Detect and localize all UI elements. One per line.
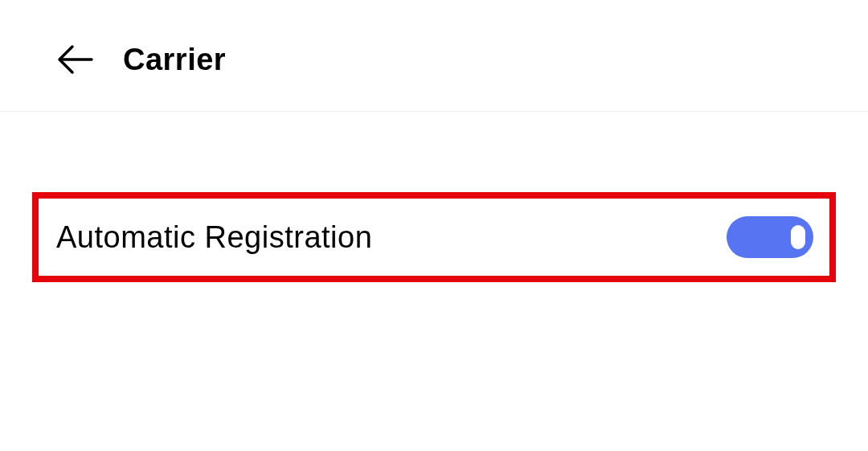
back-arrow-icon[interactable] (56, 40, 95, 79)
page-title: Carrier (123, 43, 226, 77)
setting-row-automatic-registration[interactable]: Automatic Registration (32, 192, 836, 282)
header-bar: Carrier (0, 0, 868, 112)
settings-list: Automatic Registration (0, 112, 868, 282)
toggle-automatic-registration[interactable] (727, 216, 813, 258)
toggle-knob (791, 225, 805, 249)
setting-label: Automatic Registration (56, 220, 372, 255)
